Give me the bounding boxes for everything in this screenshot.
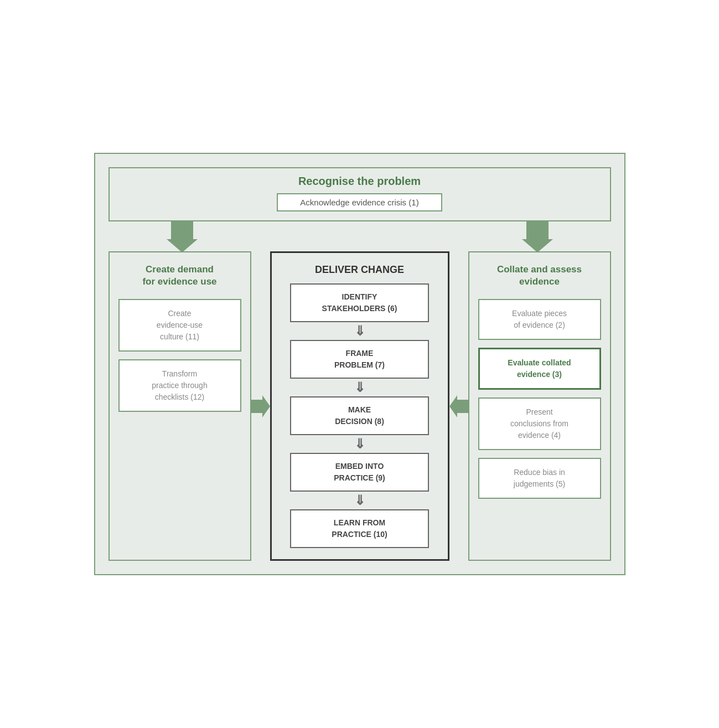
top-title: Recognise the problem xyxy=(121,175,599,188)
left-column: Create demandfor evidence use Createevid… xyxy=(108,251,251,561)
right-item-4: Presentconclusions fromevidence (4) xyxy=(478,397,601,450)
top-arrow-row xyxy=(108,221,611,252)
left-col-title: Create demandfor evidence use xyxy=(118,264,241,288)
top-sub-label: Acknowledge evidence crisis (1) xyxy=(277,193,442,211)
center-column: DELIVER CHANGE IDENTIFYSTAKEHOLDERS (6) … xyxy=(270,251,449,561)
arrow-right-svg xyxy=(251,395,270,417)
right-item-5: Reduce bias injudgements (5) xyxy=(478,458,601,499)
main-columns: Create demandfor evidence use Createevid… xyxy=(108,251,611,561)
svg-marker-3 xyxy=(449,395,468,417)
arrow-down-3: ⇓ xyxy=(354,437,365,451)
center-item-7: FRAMEPROBLEM (7) xyxy=(290,340,430,379)
center-item-10: LEARN FROMPRACTICE (10) xyxy=(290,509,430,548)
svg-marker-1 xyxy=(522,221,553,252)
right-down-arrow xyxy=(522,221,553,252)
right-column: Collate and assessevidence Evaluate piec… xyxy=(468,251,611,561)
arrow-down-2: ⇓ xyxy=(354,381,365,394)
left-item-11: Createevidence-useculture (11) xyxy=(118,299,241,352)
svg-marker-0 xyxy=(167,221,198,252)
arrow-left-svg xyxy=(449,395,468,417)
top-box: Recognise the problem Acknowledge eviden… xyxy=(108,167,611,221)
center-item-9: EMBED INTOPRACTICE (9) xyxy=(290,453,430,492)
right-col-title: Collate and assessevidence xyxy=(478,264,601,288)
left-down-arrow xyxy=(167,221,198,252)
left-item-12: Transformpractice throughchecklists (12) xyxy=(118,359,241,412)
center-item-6: IDENTIFYSTAKEHOLDERS (6) xyxy=(290,283,430,322)
svg-marker-2 xyxy=(251,395,270,417)
arrow-down-1: ⇓ xyxy=(354,324,365,338)
center-item-8: MAKEDECISION (8) xyxy=(290,396,430,435)
right-item-3: Evaluate collatedevidence (3) xyxy=(478,348,601,390)
center-col-title: DELIVER CHANGE xyxy=(315,264,404,276)
right-to-center-arrow xyxy=(449,251,468,561)
arrow-down-4: ⇓ xyxy=(354,494,365,507)
left-to-center-arrow xyxy=(251,251,270,561)
right-item-2: Evaluate piecesof evidence (2) xyxy=(478,299,601,340)
diagram-container: Recognise the problem Acknowledge eviden… xyxy=(94,153,625,575)
